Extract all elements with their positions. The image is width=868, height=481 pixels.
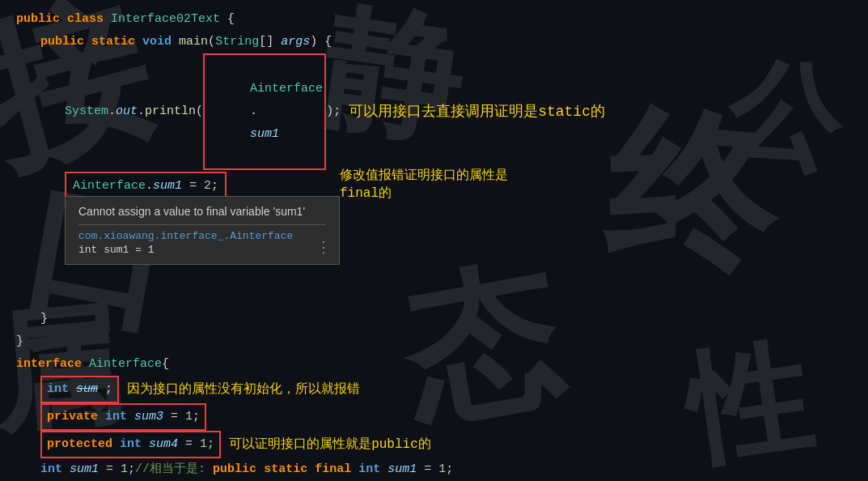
- error-popup: Cannot assign a value to final variable …: [65, 196, 340, 265]
- code-line-7: interface Ainterface {: [16, 353, 852, 376]
- code-line-5: }: [16, 308, 852, 330]
- highlight-box-3: private int sum3 = 1 ;: [40, 403, 206, 431]
- highlight-box-1: Ainterface . sum1: [203, 53, 326, 170]
- popup-more-options[interactable]: ⋮: [316, 238, 331, 256]
- popup-divider: [78, 224, 326, 225]
- annotation-final: 修改值报错证明接口的属性是 final的: [340, 167, 542, 203]
- code-line-8: int sum ; 因为接口的属性没有初始化，所以就报错: [16, 376, 852, 403]
- code-area: public class Interface02Text { public st…: [0, 0, 868, 481]
- code-line-9: private int sum3 = 1 ;: [16, 403, 852, 431]
- keyword-public: public: [16, 8, 60, 31]
- code-line-2: public static void main ( String [] args…: [16, 31, 852, 53]
- annotation-init: 因为接口的属性没有初始化，所以就报错: [127, 378, 360, 401]
- annotation-static: 可以用接口去直接调用证明是static的: [349, 100, 605, 123]
- code-line-6: }: [16, 330, 852, 353]
- annotation-public: 可以证明接口的属性就是public的: [229, 433, 431, 456]
- code-line-11: int sum1 = 1 ; //相当于是: public static fin…: [16, 458, 852, 481]
- code-line-4-container: Ainterface . sum1 = 2 ; 修改值报错证明接口的属性是 fi…: [65, 170, 852, 202]
- code-line-10: protected int sum4 = 1 ; 可以证明接口的属性就是publ…: [16, 431, 852, 458]
- error-message: Cannot assign a value to final variable …: [78, 205, 326, 218]
- popup-class-info: com.xioawang.interface_.Ainterface: [78, 230, 326, 242]
- keyword-class: class: [67, 8, 104, 31]
- popup-field-info: int sum1 = 1: [78, 244, 326, 256]
- code-line-3: System . out . println ( Ainterface . su…: [16, 53, 852, 170]
- highlight-box-2: int sum ;: [40, 376, 119, 403]
- code-line-1: public class Interface02Text {: [16, 8, 852, 31]
- highlight-box-4: protected int sum4 = 1 ;: [40, 431, 221, 458]
- class-name: Interface02Text: [111, 8, 220, 31]
